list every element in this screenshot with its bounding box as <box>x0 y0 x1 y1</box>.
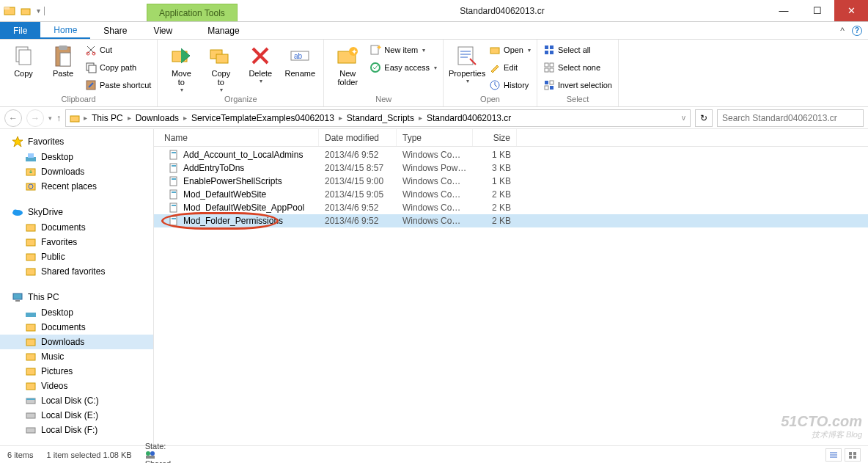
back-button[interactable]: ← <box>4 109 22 127</box>
tree-item[interactable]: Local Disk (F:) <box>0 423 153 437</box>
col-name[interactable]: Name <box>154 129 319 146</box>
tab-home[interactable]: Home <box>40 22 90 39</box>
svg-rect-48 <box>26 225 35 231</box>
new-folder-button[interactable]: ✦New folder <box>330 43 365 87</box>
copy-path-button[interactable]: Copy path <box>85 60 151 75</box>
breadcrumb[interactable]: ▸ This PC▸ Downloads▸ ServiceTemplateExa… <box>65 109 691 127</box>
refresh-button[interactable]: ↻ <box>695 109 713 127</box>
tree-favorites-header[interactable]: Favorites <box>0 134 153 150</box>
group-clipboard: Copy Paste Cut Copy path Paste shortcut … <box>0 40 158 106</box>
svg-rect-52 <box>13 294 22 299</box>
close-button[interactable]: ✕ <box>834 0 868 21</box>
forward-button[interactable]: → <box>26 109 44 127</box>
address-dropdown-icon[interactable]: v <box>680 114 687 122</box>
crumb-1[interactable]: Downloads <box>134 113 180 123</box>
invert-selection-button[interactable]: Invert selection <box>543 78 612 92</box>
select-none-button[interactable]: Select none <box>543 60 612 75</box>
tree-item[interactable]: Music <box>0 349 153 364</box>
maximize-button[interactable]: ☐ <box>801 0 834 21</box>
file-row[interactable]: Add_Account_to_LocalAdmins2013/4/6 9:52W… <box>154 148 868 161</box>
copy-to-button[interactable]: Copy to▾ <box>203 43 238 93</box>
tree-skydrive-header[interactable]: SkyDrive <box>0 204 153 220</box>
view-thumbnails-button[interactable] <box>845 448 861 462</box>
file-row[interactable]: EnablePowerShellScripts2013/4/15 9:00Win… <box>154 175 868 188</box>
tree-item[interactable]: Public <box>0 249 153 264</box>
file-row[interactable]: Mod_DefaultWebSite2013/4/15 9:05Windows … <box>154 188 868 201</box>
crumb-2[interactable]: ServiceTemplateExamples04062013 <box>190 113 336 123</box>
open-icon[interactable] <box>19 4 32 18</box>
tree-item[interactable]: Documents <box>0 320 153 335</box>
tab-share[interactable]: Share <box>90 22 140 39</box>
tree-item[interactable]: Videos <box>0 379 153 393</box>
group-organize: Move to▾ Copy to▾ Delete▾ abRename Organ… <box>158 40 324 106</box>
svg-rect-50 <box>26 254 35 260</box>
ribbon: Copy Paste Cut Copy path Paste shortcut … <box>0 40 868 107</box>
svg-rect-59 <box>26 383 35 390</box>
history-button[interactable]: History <box>489 78 531 92</box>
tree-item[interactable]: Shared favorites <box>0 264 153 279</box>
crumb-4[interactable]: Standard04062013.cr <box>425 113 512 123</box>
new-item-button[interactable]: ✦New item▾ <box>369 43 437 57</box>
up-button[interactable]: ↑ <box>56 113 61 123</box>
tree-thispc-header[interactable]: This PC <box>0 289 153 305</box>
svg-rect-84 <box>853 456 856 459</box>
select-all-button[interactable]: Select all <box>543 43 612 57</box>
copy-button[interactable]: Copy <box>6 43 41 78</box>
file-rows[interactable]: Add_Account_to_LocalAdmins2013/4/6 9:52W… <box>154 147 868 445</box>
tree-item[interactable]: Recent places <box>0 179 153 194</box>
file-row[interactable]: Mod_Folder_Permissions2013/4/6 9:52Windo… <box>154 214 868 227</box>
file-row[interactable]: AddEntryToDns2013/4/15 8:57Windows Power… <box>154 161 868 175</box>
tree-item[interactable]: Favorites <box>0 235 153 249</box>
column-headers[interactable]: Name Date modified Type Size <box>154 129 868 147</box>
move-to-button[interactable]: Move to▾ <box>163 43 199 93</box>
tab-view[interactable]: View <box>140 22 185 39</box>
paste-button[interactable]: Paste <box>45 43 81 78</box>
tree-favorites: Favorites Desktop Downloads Recent place… <box>0 134 153 194</box>
tree-item-downloads[interactable]: Downloads <box>0 335 153 349</box>
svg-rect-29 <box>545 51 548 54</box>
minimize-ribbon-icon[interactable]: ^ <box>840 26 845 36</box>
navigation-pane[interactable]: Favorites Desktop Downloads Recent place… <box>0 129 154 445</box>
svg-rect-2 <box>21 9 30 15</box>
svg-rect-81 <box>849 452 852 455</box>
minimize-button[interactable]: — <box>767 0 801 21</box>
status-item-count: 6 items <box>7 451 33 459</box>
edit-button[interactable]: Edit <box>489 60 531 75</box>
svg-rect-36 <box>550 81 553 84</box>
qat-dropdown-icon[interactable]: ▾ │ <box>35 4 48 18</box>
svg-rect-71 <box>172 178 176 180</box>
tree-item[interactable]: Documents <box>0 220 153 235</box>
window-title: Standard04062013.cr <box>238 0 767 21</box>
svg-rect-53 <box>15 300 20 302</box>
open-button[interactable]: Open▾ <box>489 43 531 57</box>
window-controls: — ☐ ✕ <box>767 0 868 21</box>
col-date[interactable]: Date modified <box>319 129 397 146</box>
tree-item[interactable]: Desktop <box>0 150 153 164</box>
tree-item[interactable]: Local Disk (E:) <box>0 408 153 423</box>
view-details-button[interactable] <box>825 448 842 462</box>
tree-item[interactable]: Pictures <box>0 364 153 379</box>
svg-rect-68 <box>170 164 177 172</box>
col-type[interactable]: Type <box>397 129 473 146</box>
tab-file[interactable]: File <box>0 22 40 39</box>
content-area: Favorites Desktop Downloads Recent place… <box>0 129 868 445</box>
tree-item[interactable]: Desktop <box>0 305 153 320</box>
crumb-0[interactable]: This PC <box>90 113 125 123</box>
context-tab[interactable]: Application Tools <box>147 4 238 21</box>
col-size[interactable]: Size <box>473 129 517 146</box>
svg-rect-6 <box>59 45 67 50</box>
tree-item[interactable]: Local Disk (C:) <box>0 393 153 408</box>
properties-button[interactable]: Properties▾ <box>449 43 485 84</box>
search-input[interactable] <box>717 109 864 127</box>
recent-dropdown-icon[interactable]: ▾ <box>48 114 52 122</box>
file-row[interactable]: Mod_DefaultWebSite_AppPool2013/4/6 9:52W… <box>154 201 868 214</box>
delete-button[interactable]: Delete▾ <box>243 43 278 84</box>
tree-item[interactable]: Downloads <box>0 164 153 179</box>
cut-button[interactable]: Cut <box>85 43 151 57</box>
easy-access-button[interactable]: Easy access▾ <box>369 60 437 75</box>
help-icon[interactable]: ? <box>852 26 862 36</box>
tab-manage[interactable]: Manage <box>194 22 252 39</box>
rename-button[interactable]: abRename <box>282 43 317 78</box>
crumb-3[interactable]: Standard_Scripts <box>345 113 416 123</box>
paste-shortcut-button[interactable]: Paste shortcut <box>85 78 151 92</box>
